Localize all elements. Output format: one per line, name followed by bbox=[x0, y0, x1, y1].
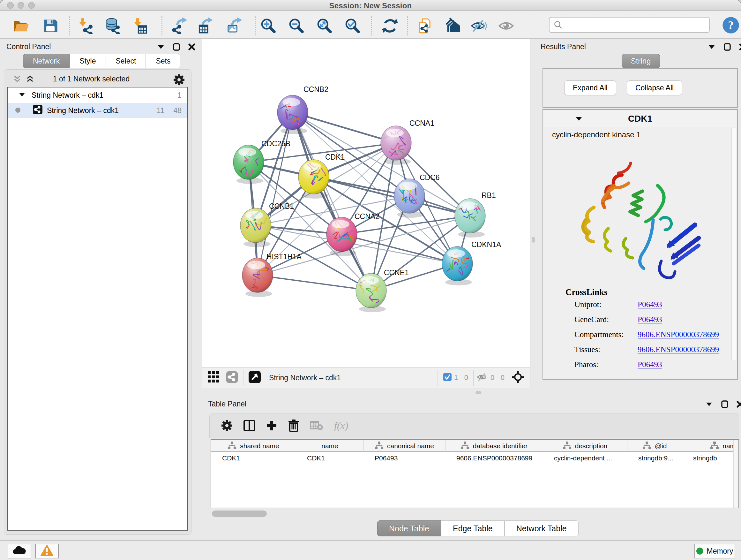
export-table-button[interactable] bbox=[196, 17, 214, 36]
network-collection-row[interactable]: String Network – cdk1 1 bbox=[8, 87, 187, 103]
import-network-file-button[interactable] bbox=[77, 17, 95, 36]
search-input[interactable] bbox=[563, 18, 709, 31]
help-icon: ? bbox=[722, 30, 740, 35]
table-cell[interactable]: 9606.ENSP00000378699 bbox=[446, 452, 543, 464]
panel-close-button[interactable] bbox=[188, 44, 195, 51]
zoom-fit-button[interactable] bbox=[315, 17, 333, 36]
panel-float-button[interactable] bbox=[157, 44, 165, 50]
tab-edge-table[interactable]: Edge Table bbox=[441, 520, 504, 537]
panel-maximize-button[interactable] bbox=[724, 43, 731, 51]
show-columns-icon[interactable] bbox=[244, 420, 255, 431]
save-icon bbox=[42, 17, 59, 36]
column-header-database-identifier[interactable]: database identifier bbox=[446, 440, 543, 452]
svg-text:?: ? bbox=[728, 19, 734, 32]
collection-expander-icon[interactable] bbox=[18, 91, 26, 100]
horizontal-splitter[interactable] bbox=[202, 388, 741, 397]
crosslink-link[interactable]: 9606.ENSP00000378699 bbox=[637, 330, 719, 339]
crosslink-link[interactable]: P06493 bbox=[637, 360, 662, 369]
crosslink-link[interactable]: 9606.ENSP00000378699 bbox=[637, 345, 719, 354]
toolbar-separator bbox=[255, 16, 256, 36]
table-tabs: Node TableEdge TableNetwork Table bbox=[377, 520, 579, 537]
panel-close-button[interactable] bbox=[739, 44, 741, 51]
table-cell[interactable]: CDK1 bbox=[211, 452, 296, 464]
column-header-@id[interactable]: @id bbox=[627, 440, 682, 452]
network-row-selected[interactable]: String Network – cdk1 11 48 bbox=[8, 103, 187, 118]
tab-node-table[interactable]: Node Table bbox=[377, 520, 441, 537]
table-vertical-scrollbar[interactable] bbox=[733, 440, 738, 508]
help-button[interactable]: ? bbox=[722, 16, 740, 34]
collapse-all-button[interactable]: Collapse All bbox=[627, 80, 682, 95]
tab-sets[interactable]: Sets bbox=[146, 54, 180, 68]
save-session-button[interactable] bbox=[42, 17, 59, 36]
tab-network[interactable]: Network bbox=[23, 54, 70, 68]
table-cell[interactable]: cyclin-dependent ... bbox=[543, 452, 627, 464]
import-network-database-button[interactable] bbox=[104, 17, 122, 36]
zoom-in-button[interactable] bbox=[259, 17, 277, 36]
birds-eye-view-icon[interactable] bbox=[208, 371, 219, 384]
column-header-shared-name[interactable]: shared name bbox=[211, 440, 296, 452]
detach-view-icon[interactable] bbox=[249, 371, 261, 384]
table-cell[interactable]: P06493 bbox=[364, 452, 446, 464]
hierarchy-icon bbox=[563, 441, 571, 451]
hide-visibility-button[interactable] bbox=[470, 17, 488, 36]
zoom-out-button[interactable] bbox=[287, 17, 305, 36]
table-options-gear-icon[interactable] bbox=[221, 420, 232, 431]
table-horizontal-scrollbar[interactable] bbox=[211, 509, 739, 518]
open-session-button[interactable] bbox=[12, 17, 30, 36]
column-header-name[interactable]: name bbox=[296, 440, 364, 452]
column-header-namespace[interactable]: namespace bbox=[682, 440, 739, 452]
home-button[interactable] bbox=[444, 17, 462, 36]
network-view-title: String Network – cdk1 bbox=[269, 374, 341, 382]
add-column-icon[interactable] bbox=[266, 420, 277, 431]
table-cell[interactable]: CDK1 bbox=[296, 452, 364, 464]
zoom-selected-button[interactable] bbox=[343, 17, 361, 36]
panel-float-button[interactable] bbox=[705, 401, 713, 407]
network-options-gear-icon[interactable] bbox=[173, 74, 185, 87]
crosslink-label: Pharos: bbox=[575, 360, 598, 369]
tab-style[interactable]: Style bbox=[70, 54, 106, 68]
delete-column-icon[interactable] bbox=[288, 420, 299, 432]
panel-maximize-button[interactable] bbox=[173, 43, 180, 51]
warnings-button[interactable] bbox=[35, 544, 59, 558]
network-edge bbox=[293, 112, 396, 143]
crosslink-row: GeneCard:P06493 bbox=[575, 315, 728, 330]
scrollbar-thumb[interactable] bbox=[212, 510, 267, 517]
show-visibility-button[interactable] bbox=[497, 17, 515, 36]
panel-close-button[interactable] bbox=[737, 401, 741, 408]
table-row[interactable]: CDK1CDK1P064939606.ENSP00000378699cyclin… bbox=[211, 452, 739, 464]
selected-checkbox-icon[interactable] bbox=[443, 373, 452, 382]
table-cell[interactable]: stringdb:9... bbox=[627, 452, 682, 464]
function-builder-button: f(x) bbox=[334, 420, 348, 432]
panel-maximize-button[interactable] bbox=[721, 400, 728, 408]
expand-all-button[interactable]: Expand All bbox=[564, 80, 616, 95]
import-table-button[interactable] bbox=[131, 17, 149, 36]
cloud-button[interactable] bbox=[8, 544, 31, 558]
export-image-button[interactable] bbox=[225, 17, 243, 36]
vertical-splitter[interactable] bbox=[530, 39, 536, 388]
table-cell[interactable]: stringdb bbox=[682, 452, 739, 464]
gene-section-header[interactable]: CDK1 bbox=[544, 111, 737, 127]
panel-float-button[interactable] bbox=[708, 44, 716, 50]
tab-network-table[interactable]: Network Table bbox=[504, 520, 579, 537]
network-edge-count: 48 bbox=[173, 106, 182, 115]
tab-string[interactable]: String bbox=[622, 54, 660, 68]
crosslinks-heading: CrossLinks bbox=[565, 287, 608, 297]
fit-selection-crosshair-icon[interactable] bbox=[512, 371, 524, 385]
export-network-button[interactable] bbox=[171, 17, 188, 36]
crosslink-link[interactable]: P06493 bbox=[637, 300, 662, 309]
network-canvas[interactable]: CCNB2CCNA1CDC25BCDK1CDC6RB1CCNB1CCNA2CDK… bbox=[202, 39, 530, 367]
hidden-eye-icon[interactable] bbox=[476, 372, 488, 383]
clone-network-button[interactable] bbox=[416, 17, 434, 36]
clear-table-icon bbox=[310, 420, 323, 431]
column-header-description[interactable]: description bbox=[543, 440, 627, 452]
column-header-canonical-name[interactable]: canonical name bbox=[364, 440, 446, 452]
window-title: Session: New Session bbox=[0, 1, 741, 10]
tab-select[interactable]: Select bbox=[106, 54, 146, 68]
results-scrollbar[interactable] bbox=[731, 128, 736, 360]
node-table: shared namenamecanonical namedatabase id… bbox=[211, 439, 739, 508]
refresh-button[interactable] bbox=[381, 17, 399, 36]
memory-button[interactable]: Memory bbox=[694, 544, 735, 558]
crosslink-row: Compartments:9606.ENSP00000378699 bbox=[575, 330, 728, 345]
crosslink-link[interactable]: P06493 bbox=[637, 315, 662, 324]
memory-status-dot-icon bbox=[696, 548, 703, 555]
